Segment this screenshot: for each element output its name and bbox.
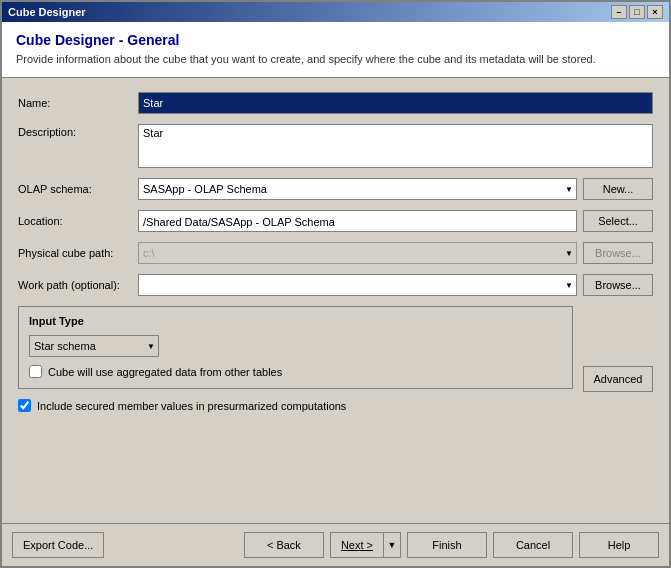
olap-schema-select-wrapper: SASApp - OLAP Schema [138,178,577,200]
name-label: Name: [18,97,138,109]
physical-cube-label: Physical cube path: [18,247,138,259]
location-label: Location: [18,215,138,227]
cancel-button[interactable]: Cancel [493,532,573,558]
include-secured-row: Include secured member values in presurm… [18,399,573,412]
footer-right: < Back Next > ▼ Finish Cancel Help [244,532,659,558]
aggregated-checkbox[interactable] [29,365,42,378]
title-bar-buttons: – □ × [611,5,663,19]
olap-schema-select[interactable]: SASApp - OLAP Schema [138,178,577,200]
physical-cube-select-wrapper: c:\ [138,242,577,264]
physical-cube-select[interactable]: c:\ [138,242,577,264]
location-control-area: /Shared Data/SASApp - OLAP Schema Select… [138,210,653,232]
work-path-row: Work path (optional): Browse... [18,274,653,296]
work-path-select[interactable] [138,274,577,296]
input-type-select[interactable]: Star schema [29,335,159,357]
back-button[interactable]: < Back [244,532,324,558]
name-control-area [138,92,653,114]
description-input[interactable]: Star [138,124,653,168]
input-type-select-row: Star schema [29,335,562,357]
olap-schema-row: OLAP schema: SASApp - OLAP Schema New... [18,178,653,200]
help-button[interactable]: Help [579,532,659,558]
header-section: Cube Designer - General Provide informat… [2,22,669,78]
input-type-select-wrapper: Star schema [29,335,159,357]
description-row: Description: Star [18,124,653,168]
browse-work-button[interactable]: Browse... [583,274,653,296]
physical-cube-control-area: c:\ Browse... [138,242,653,264]
browse-physical-button[interactable]: Browse... [583,242,653,264]
work-path-select-wrapper [138,274,577,296]
work-path-label: Work path (optional): [18,279,138,291]
input-type-legend: Input Type [29,315,562,327]
name-row: Name: [18,92,653,114]
description-label: Description: [18,124,138,138]
cube-designer-window: Cube Designer – □ × Cube Designer - Gene… [0,0,671,568]
physical-cube-row: Physical cube path: c:\ Browse... [18,242,653,264]
work-path-control-area: Browse... [138,274,653,296]
title-bar: Cube Designer – □ × [2,2,669,22]
page-description: Provide information about the cube that … [16,52,655,67]
include-secured-checkbox[interactable] [18,399,31,412]
advanced-button[interactable]: Advanced [583,366,653,392]
aggregated-label: Cube will use aggregated data from other… [48,366,282,378]
maximize-button[interactable]: □ [629,5,645,19]
page-title: Cube Designer - General [16,32,655,48]
input-type-group: Input Type Star schema Cube will use agg… [18,306,573,389]
new-button[interactable]: New... [583,178,653,200]
name-input[interactable] [138,92,653,114]
footer: Export Code... < Back Next > ▼ Finish Ca… [2,523,669,566]
aggregated-checkbox-row: Cube will use aggregated data from other… [29,365,562,378]
window-title: Cube Designer [8,6,86,18]
next-button[interactable]: Next > [330,532,383,558]
olap-schema-control-area: SASApp - OLAP Schema New... [138,178,653,200]
location-value: /Shared Data/SASApp - OLAP Schema [138,210,577,232]
include-secured-label: Include secured member values in presurm… [37,400,346,412]
next-dropdown-arrow[interactable]: ▼ [383,532,401,558]
export-code-button[interactable]: Export Code... [12,532,104,558]
left-section: Input Type Star schema Cube will use agg… [18,306,573,422]
select-button[interactable]: Select... [583,210,653,232]
footer-left: Export Code... [12,532,104,558]
close-button[interactable]: × [647,5,663,19]
location-row: Location: /Shared Data/SASApp - OLAP Sch… [18,210,653,232]
olap-schema-label: OLAP schema: [18,183,138,195]
minimize-button[interactable]: – [611,5,627,19]
next-button-group: Next > ▼ [330,532,401,558]
bottom-section: Input Type Star schema Cube will use agg… [18,306,653,422]
form-content: Name: Description: Star OLAP schema: SAS… [2,78,669,523]
right-section: Advanced [583,306,653,392]
finish-button[interactable]: Finish [407,532,487,558]
